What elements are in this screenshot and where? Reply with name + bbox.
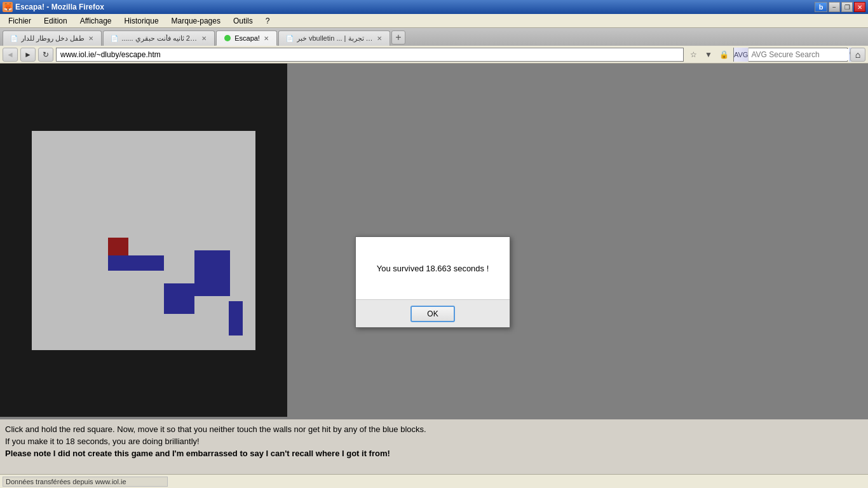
- url-input[interactable]: [56, 48, 684, 62]
- instructions-line2: If you make it to 18 seconds, you are do…: [5, 437, 863, 446]
- menu-marque-pages[interactable]: Marque-pages: [166, 15, 226, 27]
- title-bar: 🦊 Escapa! - Mozilla Firefox b − ❐ ✕: [0, 0, 868, 14]
- minimize-button[interactable]: −: [829, 2, 840, 12]
- address-icons: ☆ ▼ 🔒: [686, 48, 731, 62]
- reload-button[interactable]: ↻: [38, 48, 53, 62]
- new-tab-button[interactable]: +: [391, 30, 405, 44]
- tab-close-1[interactable]: ✕: [200, 35, 208, 42]
- menu-outils[interactable]: Outils: [227, 15, 259, 27]
- blue-icon-button[interactable]: b: [815, 2, 827, 12]
- menu-historique[interactable]: Historique: [119, 15, 165, 27]
- game-canvas[interactable]: [32, 131, 255, 350]
- tab-label-2: Escapa!: [234, 34, 260, 42]
- menu-help[interactable]: ?: [260, 15, 276, 27]
- search-box: AVG 🔍: [733, 48, 848, 62]
- bookmark-star-icon[interactable]: ☆: [686, 48, 700, 62]
- tab-close-3[interactable]: ✕: [376, 35, 383, 42]
- tab-icon-3: 📄: [285, 34, 294, 43]
- page-text-area: Click and hold the red square. Now, move…: [0, 419, 868, 461]
- forward-button[interactable]: ►: [20, 48, 36, 62]
- blue-block-1: [108, 255, 164, 271]
- tab-icon-2: [223, 34, 232, 43]
- tab-close-2[interactable]: ✕: [262, 35, 270, 42]
- tab-3[interactable]: 📄 خبر vbulletin ... | يمكنكم الان تجربة …: [278, 30, 390, 46]
- site-identity-icon[interactable]: 🔒: [717, 48, 731, 62]
- tab-0[interactable]: 📄 طفل دخل روطار للدار ✕: [3, 30, 102, 46]
- menu-bar: Fichier Edition Affichage Historique Mar…: [0, 14, 868, 28]
- search-input[interactable]: [749, 49, 849, 60]
- dialog-body: You survived 18.663 seconds !: [356, 237, 510, 299]
- menu-affichage[interactable]: Affichage: [74, 15, 118, 27]
- tab-icon-1: 📄: [110, 34, 119, 43]
- bookmark-arrow-icon[interactable]: ▼: [702, 48, 715, 62]
- blue-block-4: [229, 301, 243, 336]
- firefox-icon: 🦊: [3, 2, 13, 12]
- tab-close-0[interactable]: ✕: [87, 35, 95, 42]
- back-button[interactable]: ◄: [3, 48, 18, 62]
- dialog-message: You survived 18.663 seconds !: [377, 264, 489, 273]
- tab-label-3: خبر vbulletin ... | يمكنكم الان تجربة ]: [297, 34, 373, 43]
- tab-1[interactable]: 📄 ...... اذا صمدت 20 ثانيه فأنت حبقري × …: [103, 30, 215, 46]
- title-bar-left: 🦊 Escapa! - Mozilla Firefox: [3, 2, 104, 12]
- address-bar: ◄ ► ↻ ☆ ▼ 🔒 AVG 🔍 ⌂: [0, 46, 868, 64]
- ok-button[interactable]: OK: [410, 306, 455, 322]
- blue-block-2: [194, 250, 230, 296]
- tab-label-1: ...... اذا صمدت 20 ثانيه فأنت حبقري ×: [121, 34, 198, 43]
- window-title: Escapa! - Mozilla Firefox: [15, 3, 104, 11]
- home-button[interactable]: ⌂: [850, 48, 865, 62]
- restore-button[interactable]: ❐: [841, 2, 853, 12]
- menu-edition[interactable]: Edition: [38, 15, 73, 27]
- tab-bar: 📄 طفل دخل روطار للدار ✕ 📄 ...... اذا صمد…: [0, 28, 868, 46]
- menu-fichier[interactable]: Fichier: [3, 15, 37, 27]
- close-button[interactable]: ✕: [854, 2, 865, 12]
- avg-search-icon[interactable]: AVG: [734, 48, 749, 62]
- blue-block-3: [164, 283, 194, 314]
- game-over-dialog: You survived 18.663 seconds ! OK: [355, 236, 510, 328]
- tab-icon-0: 📄: [10, 34, 18, 43]
- instructions-line1: Click and hold the red square. Now, move…: [5, 424, 863, 434]
- dialog-footer: OK: [356, 299, 510, 327]
- tab-label-0: طفل دخل روطار للدار: [21, 34, 85, 43]
- browser-content: You survived 18.663 seconds ! OK: [0, 64, 868, 419]
- window-controls: b − ❐ ✕: [815, 2, 865, 12]
- tab-2[interactable]: Escapa! ✕: [216, 30, 277, 46]
- game-area: [0, 64, 287, 417]
- instructions-line3: Please note I did not create this game a…: [5, 449, 863, 458]
